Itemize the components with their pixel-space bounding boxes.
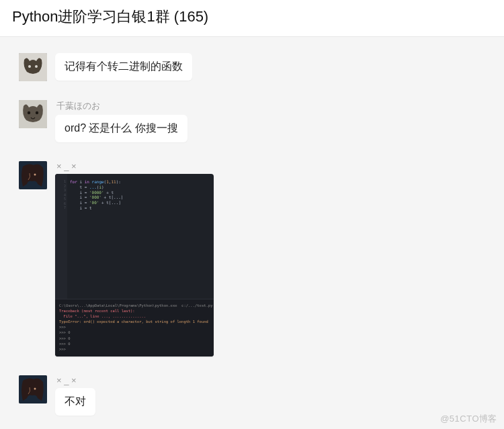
code-editor-preview: 1234567 for i in range(1,11): t = ...(i)… <box>55 174 214 299</box>
nickname: 千葉ほのお <box>55 100 187 112</box>
chat-title: Python进阶学习白银1群 (165) <box>12 7 492 27</box>
svg-point-4 <box>28 111 30 114</box>
avatar[interactable] <box>19 100 47 128</box>
avatar[interactable] <box>19 375 47 403</box>
message-row: 千葉ほのお ord? 还是什么 你搜一搜 <box>0 97 504 149</box>
avatar[interactable] <box>19 53 47 81</box>
message-content: 千葉ほのお ord? 还是什么 你搜一搜 <box>55 100 187 142</box>
nickname: × _ × <box>55 375 95 385</box>
image-attachment[interactable]: 1234567 for i in range(1,11): t = ...(i)… <box>55 174 214 356</box>
svg-point-7 <box>34 174 36 176</box>
svg-point-1 <box>28 65 31 68</box>
svg-point-5 <box>36 111 38 114</box>
avatar[interactable] <box>19 161 47 189</box>
message-bubble[interactable]: ord? 还是什么 你搜一搜 <box>55 115 187 142</box>
message-row: 记得有个转二进制的函数 <box>0 50 504 88</box>
message-content: × _ × 不对 <box>55 375 95 416</box>
message-bubble[interactable]: 记得有个转二进制的函数 <box>55 53 192 81</box>
message-row: × _ × 不对 <box>0 373 504 422</box>
message-content: 记得有个转二进制的函数 <box>55 53 192 81</box>
nickname: × _ × <box>55 161 214 171</box>
terminal-output: C:\Users\...\AppData\Local\Programs\Pyth… <box>55 299 214 356</box>
svg-point-2 <box>35 65 38 68</box>
code-content: for i in range(1,11): t = ...(i) i = '00… <box>67 174 214 299</box>
watermark: @51CTO博客 <box>440 413 497 425</box>
svg-point-9 <box>34 388 36 390</box>
chat-area: 记得有个转二进制的函数 千葉ほのお ord? 还是什么 你搜一搜 × _ × 1… <box>0 37 504 429</box>
line-gutter: 1234567 <box>55 174 67 299</box>
message-content: × _ × 1234567 for i in range(1,11): t = … <box>55 161 214 356</box>
chat-header: Python进阶学习白银1群 (165) <box>0 0 504 37</box>
message-row: × _ × 1234567 for i in range(1,11): t = … <box>0 158 504 363</box>
message-bubble[interactable]: 不对 <box>55 388 95 416</box>
